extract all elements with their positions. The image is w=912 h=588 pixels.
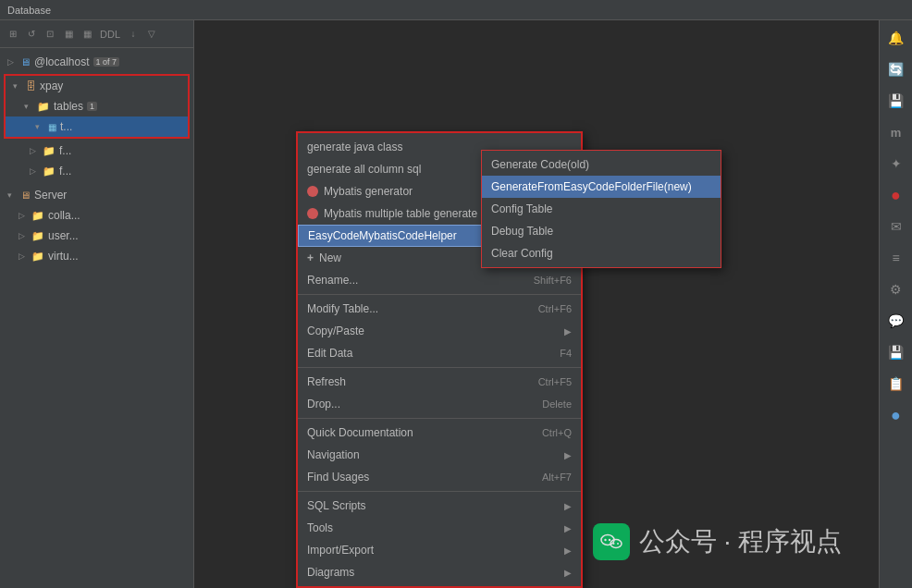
tree-item-table-t[interactable]: ▾ ▦ t... [6,116,188,137]
menu-tools[interactable]: Tools ▶ [298,517,581,539]
red-circle-icon[interactable]: ● [886,185,906,205]
menu-mybatis-multi-label: Mybatis multiple table generate [324,207,477,220]
tables-icon: 📁 [37,101,50,113]
grid2-icon[interactable]: ▦ [80,27,94,42]
drop-shortcut: Delete [542,398,572,410]
sub2-arrow: ▷ [30,166,39,176]
menu-new-label: New [319,251,341,264]
tree-item-server[interactable]: ▾ 🖥 Server [0,185,193,205]
submenu-config-table[interactable]: Config Table [482,198,721,220]
pin-icon[interactable]: ⊡ [43,27,57,42]
sql-scripts-arrow-icon: ▶ [564,501,572,511]
submenu-generate-new[interactable]: GenerateFromEasyCodeFolderFile(new) [482,176,721,198]
tree-item-sub1[interactable]: ▷ 📁 f... [0,141,193,161]
rename-shortcut: Shift+F6 [534,275,572,286]
tree-item-sub2[interactable]: ▷ 📁 f... [0,161,193,181]
menu-edit-data[interactable]: Edit Data F4 [298,342,581,364]
submenu-generate-old[interactable]: Generate Code(old) [482,153,721,176]
menu-generate-java-label: generate java class [307,141,402,153]
menu-quick-doc[interactable]: Quick Documentation Ctrl+Q [298,422,581,444]
svg-point-5 [617,543,619,545]
server-arrow: ▾ [7,190,17,200]
watermark-text: 公众号 · 程序视点 [639,524,842,559]
m-icon[interactable]: m [886,122,906,142]
user-arrow: ▷ [18,231,28,240]
separator-2 [298,367,581,368]
colla-arrow: ▷ [18,211,28,220]
tree-item-tables[interactable]: ▾ 📁 tables 1 [6,96,188,116]
quick-doc-shortcut: Ctrl+Q [542,427,572,438]
colla-label: colla... [48,209,80,222]
svg-point-1 [604,539,606,541]
new-table-icon[interactable]: ⊞ [6,27,20,42]
notification-icon[interactable]: 🔔 [886,28,906,48]
import-export-arrow-icon: ▶ [564,545,572,556]
dot-icon[interactable]: ● [886,405,906,425]
menu-copy-paste[interactable]: Copy/Paste ▶ [298,320,581,342]
virtu-icon: 📁 [31,251,44,263]
menu-diagrams[interactable]: Diagrams ▶ [298,561,581,583]
sync-icon[interactable]: 🔄 [886,59,906,80]
menu-navigation-label: Navigation [307,448,360,461]
connection-badge: 1 of 7 [93,57,120,67]
submenu-debug-table-label: Debug Table [491,225,553,238]
mail-icon[interactable]: ✉ [886,216,906,237]
separator-3 [298,418,581,419]
svg-point-2 [608,539,610,541]
grid-icon[interactable]: ▦ [61,27,76,42]
tree-item-xpay[interactable]: ▾ 🗄 xpay [6,76,188,96]
spark-icon[interactable]: ✦ [886,153,906,174]
right-icons-panel: 🔔 🔄 💾 m ✦ ● ✉ ≡ ⚙ 💬 💾 📋 ● [879,20,912,588]
gear-icon[interactable]: ⚙ [886,279,906,300]
menu-rename-label: Rename... [307,274,358,287]
menu-icon[interactable]: ≡ [886,248,906,268]
tools-arrow-icon: ▶ [564,523,572,533]
menu-find-usages[interactable]: Find Usages Alt+F7 [298,466,581,488]
mybatis-gen-icon [307,186,318,197]
menu-generate-sql-label: generate all column sql [307,163,421,176]
submenu-generate-new-label: GenerateFromEasyCodeFolderFile(new) [491,180,692,193]
find-usages-shortcut: Alt+F7 [542,472,572,483]
user-icon: 📁 [31,230,44,242]
submenu-clear-config-label: Clear Config [491,247,553,260]
save-icon[interactable]: 💾 [886,342,906,362]
table-t-icon: ▦ [48,122,56,132]
svg-point-4 [612,543,614,545]
table-t-arrow: ▾ [35,122,44,131]
ddl-label[interactable]: DDL [98,29,122,40]
separator-1 [298,294,581,295]
ddl-down-icon[interactable]: ↓ [126,27,141,42]
menu-rename[interactable]: Rename... Shift+F6 [298,269,581,291]
separator-4 [298,491,581,492]
filter-icon[interactable]: ▽ [144,27,159,42]
menu-modify-table[interactable]: Modify Table... Ctrl+F6 [298,298,581,320]
virtu-arrow: ▷ [18,251,28,261]
navigation-arrow-icon: ▶ [564,450,572,460]
sub1-icon: 📁 [43,145,55,157]
tree-item-user[interactable]: ▷ 📁 user... [0,226,193,246]
sub2-label: f... [59,165,71,178]
submenu-debug-table[interactable]: Debug Table [482,220,721,242]
xpay-label: xpay [40,80,63,92]
clipboard-icon[interactable]: 📋 [886,374,906,394]
menu-sql-scripts[interactable]: SQL Scripts ▶ [298,495,581,517]
watermark: 公众号 · 程序视点 [593,523,842,560]
tree-item-virtu[interactable]: ▷ 📁 virtu... [0,246,193,266]
menu-drop[interactable]: Drop... Delete [298,393,581,415]
menu-refresh[interactable]: Refresh Ctrl+F5 [298,371,581,393]
edit-data-shortcut: F4 [560,348,572,359]
refresh-icon[interactable]: ↺ [24,27,39,42]
menu-navigation[interactable]: Navigation ▶ [298,444,581,466]
database-icon[interactable]: 💾 [886,91,906,111]
tree-item-colla[interactable]: ▷ 📁 colla... [0,205,193,226]
db-panel: ⊞ ↺ ⊡ ▦ ▦ DDL ↓ ▽ ▷ 🖥 @localhost 1 of 7 … [0,20,194,588]
chat-icon[interactable]: 💬 [886,311,906,331]
menu-modify-table-label: Modify Table... [307,302,378,315]
copy-paste-arrow-icon: ▶ [564,326,572,337]
xpay-icon: 🗄 [26,80,36,92]
menu-import-export[interactable]: Import/Export ▶ [298,539,581,561]
tree-item-connection[interactable]: ▷ 🖥 @localhost 1 of 7 [0,52,193,72]
diagrams-arrow-icon: ▶ [564,568,572,578]
menu-copy-paste-label: Copy/Paste [307,325,364,337]
submenu-clear-config[interactable]: Clear Config [482,242,721,264]
